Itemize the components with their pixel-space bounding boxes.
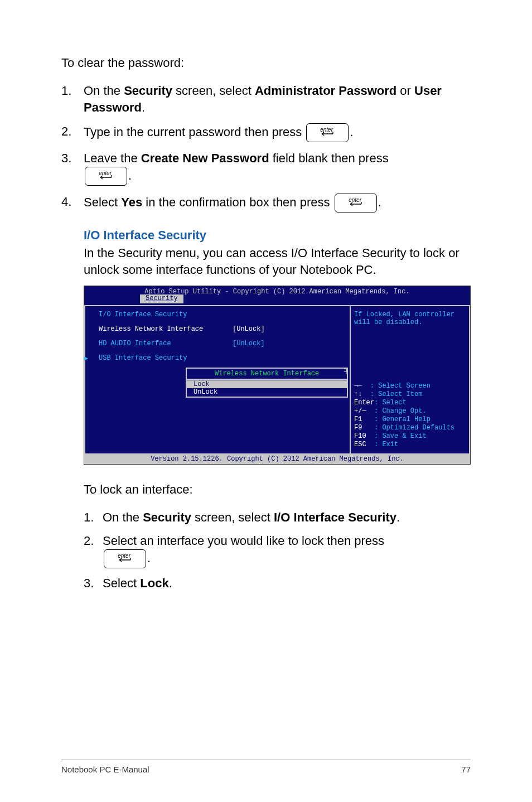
text-fragment: or xyxy=(396,84,414,98)
text-fragment: Leave the xyxy=(84,151,141,165)
step-3: 3. Select Lock. xyxy=(84,575,471,592)
popup-corner-icon: ┘ xyxy=(344,370,349,374)
help-key: ↑↓ xyxy=(354,390,362,398)
step-number: 3. xyxy=(84,575,103,592)
bios-left-panel: I/O Interface Security Wireless Network … xyxy=(84,306,350,455)
help-key: +/— xyxy=(354,407,366,415)
step-number: 4. xyxy=(61,194,84,212)
bios-row-wireless: Wireless Network Interface [UnLock] xyxy=(92,325,343,333)
svg-text:enter: enter xyxy=(321,127,333,133)
step-4: 4. Select Yes in the confirmation box th… xyxy=(61,194,471,212)
bold-term: I/O Interface Security xyxy=(274,510,396,524)
svg-text:enter: enter xyxy=(118,553,130,559)
enter-key-icon: enter xyxy=(306,123,349,142)
bold-term: Create New Password xyxy=(141,151,269,165)
bios-popup: ┐ ┘ Wireless Network Interface Lock UnLo… xyxy=(186,368,348,398)
text-fragment: . xyxy=(396,510,400,524)
bios-popup-option-unlock: UnLock xyxy=(187,388,347,396)
clear-password-steps: 1. On the Security screen, select Admini… xyxy=(61,83,471,212)
step-1: 1. On the Security screen, select Admini… xyxy=(61,83,471,115)
help-key: →← xyxy=(354,382,362,390)
bios-right-panel: If Locked, LAN controller will be disabl… xyxy=(350,306,470,455)
footer-left: Notebook PC E-Manual xyxy=(61,765,149,774)
lock-interface-steps: 1. On the Security screen, select I/O In… xyxy=(61,509,471,591)
clear-password-intro: To clear the password: xyxy=(61,56,471,70)
text-fragment: screen, select xyxy=(172,84,255,98)
bios-tab-security: Security xyxy=(140,294,183,303)
help-desc: : Optimized Defaults xyxy=(374,424,454,432)
bios-popup-title: Wireless Network Interface xyxy=(187,369,347,379)
help-key: F10 xyxy=(354,432,366,440)
step-text: Select an interface you would like to lo… xyxy=(103,533,384,568)
bios-screenshot: Aptio Setup Utility - Copyright (C) 2012… xyxy=(84,286,471,465)
help-desc: : Select Item xyxy=(370,390,423,398)
help-key: F1 xyxy=(354,416,362,423)
step-number: 1. xyxy=(84,509,103,526)
bios-help-text: will be disabled. xyxy=(354,318,466,326)
step-2: 2. Type in the current password then pre… xyxy=(61,123,471,142)
help-desc: : Change Opt. xyxy=(374,407,427,415)
page-footer: Notebook PC E-Manual 77 xyxy=(61,760,471,774)
help-desc: : Select Screen xyxy=(370,382,431,390)
step-text: Select Yes in the confirmation box then … xyxy=(84,194,471,212)
bold-term: Yes xyxy=(121,195,142,209)
bios-key-help: →← : Select Screen ↑↓ : Select Item Ente… xyxy=(354,382,466,449)
bios-row-label: HD AUDIO Interface xyxy=(99,340,233,347)
bios-row-label: Wireless Network Interface xyxy=(99,325,233,333)
bios-row-hdaudio: HD AUDIO Interface [UnLock] xyxy=(92,340,343,347)
bios-row-label: USB Interface Security xyxy=(99,354,233,362)
help-key: F9 xyxy=(354,424,362,432)
svg-text:enter: enter xyxy=(99,170,112,176)
text-fragment: . xyxy=(169,576,172,590)
text-fragment: Select xyxy=(84,195,121,209)
bold-term: Security xyxy=(143,510,191,524)
bios-footer: Version 2.15.1226. Copyright (C) 2012 Am… xyxy=(84,455,470,464)
io-interface-security-desc: In the Security menu, you can access I/O… xyxy=(61,245,471,278)
step-text: Type in the current password then press … xyxy=(84,123,471,142)
step-text: On the Security screen, select Administr… xyxy=(84,83,471,115)
help-desc: : Save & Exit xyxy=(374,432,427,440)
bios-panel-heading: I/O Interface Security xyxy=(92,311,343,318)
bios-popup-option-lock: Lock xyxy=(187,380,347,388)
step-text: Select Lock. xyxy=(103,575,172,592)
text-fragment: Type in the current password then press xyxy=(84,125,305,139)
enter-key-icon: enter xyxy=(85,167,127,186)
bold-term: Administrator Password xyxy=(255,84,396,98)
help-key: Enter xyxy=(354,399,374,407)
step-text: Leave the Create New Password field blan… xyxy=(84,150,471,186)
text-fragment: Select an interface you would like to lo… xyxy=(103,534,384,548)
help-desc: : General Help xyxy=(374,416,431,423)
text-fragment: On the xyxy=(103,510,143,524)
lock-interface-intro: To lock an interface: xyxy=(61,482,471,497)
bios-body: I/O Interface Security Wireless Network … xyxy=(84,305,470,455)
bios-row-value: [UnLock] xyxy=(233,340,265,347)
text-fragment: field blank then press xyxy=(269,151,389,165)
step-3: 3. Leave the Create New Password field b… xyxy=(61,150,471,186)
step-number: 3. xyxy=(61,150,84,186)
step-text: On the Security screen, select I/O Inter… xyxy=(103,509,400,526)
bios-help-text: If Locked, LAN controller xyxy=(354,311,466,318)
step-number: 1. xyxy=(61,83,84,115)
io-interface-security-heading: I/O Interface Security xyxy=(61,228,471,243)
bios-popup-body: Lock UnLock xyxy=(186,379,348,398)
help-key: ESC xyxy=(354,441,366,448)
bold-term: Security xyxy=(124,84,172,98)
footer-page-number: 77 xyxy=(461,765,471,774)
text-fragment: screen, select xyxy=(191,510,274,524)
text-fragment: On the xyxy=(84,84,124,98)
step-number: 2. xyxy=(84,533,103,568)
text-fragment: in the confirmation box then press xyxy=(142,195,333,209)
help-desc: : Select xyxy=(374,399,407,407)
enter-key-icon: enter xyxy=(335,194,377,212)
bios-header: Aptio Setup Utility - Copyright (C) 2012… xyxy=(84,286,470,305)
text-fragment: . xyxy=(142,100,145,114)
bold-term: Lock xyxy=(140,576,168,590)
text-fragment: Select xyxy=(103,576,140,590)
step-2: 2. Select an interface you would like to… xyxy=(84,533,471,568)
enter-key-icon: enter xyxy=(104,549,146,568)
bios-row-value: [UnLock] xyxy=(233,325,265,333)
bios-row-usb: ▶ USB Interface Security xyxy=(92,354,343,362)
help-desc: : Exit xyxy=(374,441,398,448)
svg-text:enter: enter xyxy=(349,197,361,203)
step-number: 2. xyxy=(61,123,84,142)
